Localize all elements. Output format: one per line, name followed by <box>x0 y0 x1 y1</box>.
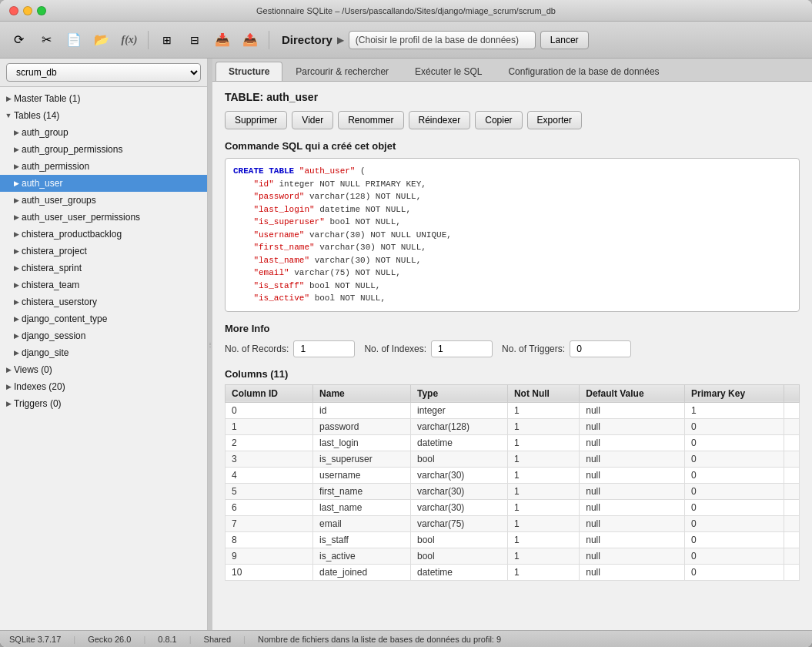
reindexer-button[interactable]: Réindexer <box>409 111 471 129</box>
tab-structure[interactable]: Structure <box>216 62 282 81</box>
table-row[interactable]: 8 is_staff bool 1 null 0 <box>226 531 800 548</box>
cell-extra <box>784 483 800 499</box>
grid-icon[interactable]: ⊞ <box>155 28 179 52</box>
minimize-button[interactable] <box>23 6 32 15</box>
cell-col-id: 5 <box>226 483 313 499</box>
sidebar-item-indexes[interactable]: ▶ Indexes (20) <box>0 378 207 395</box>
expand-arrow-icon: ▶ <box>11 313 22 324</box>
open-icon[interactable]: 📂 <box>89 28 114 52</box>
directory-dropdown[interactable]: (Choisir le profil de la base de données… <box>349 31 536 49</box>
table-row[interactable]: 7 email varchar(75) 1 null 0 <box>226 515 800 531</box>
exporter-button[interactable]: Exporter <box>527 111 582 129</box>
columns-title: Columns (11) <box>225 368 800 380</box>
cell-type: datetime <box>410 564 507 580</box>
sidebar-item-django-content-type[interactable]: ▶ django_content_type <box>0 310 207 327</box>
lancer-button[interactable]: Lancer <box>540 31 589 49</box>
col-header-id[interactable]: Column ID <box>226 384 313 402</box>
import-icon[interactable]: 📥 <box>210 28 235 52</box>
cell-pk: 0 <box>685 548 784 564</box>
tab-executer-sql[interactable]: Exécuter le SQL <box>402 62 495 81</box>
close-button[interactable] <box>9 6 18 15</box>
col-header-type[interactable]: Type <box>410 384 507 402</box>
sqlite-version: SQLite 3.7.17 <box>9 635 61 644</box>
sidebar-item-auth-permission[interactable]: ▶ auth_permission <box>0 158 207 175</box>
db-select[interactable]: scrum_db <box>6 63 201 82</box>
col-header-default[interactable]: Default Value <box>580 384 685 402</box>
function-icon[interactable]: f(x) <box>117 28 142 52</box>
sql-section-title: Commande SQL qui a créé cet objet <box>225 140 800 152</box>
cell-notnull: 1 <box>507 483 579 499</box>
cell-extra <box>784 467 800 483</box>
directory-section: Directory ▶ (Choisir le profil de la bas… <box>282 31 589 49</box>
sidebar-item-master-table[interactable]: ▶ Master Table (1) <box>0 90 207 107</box>
gecko-version: Gecko 26.0 <box>88 635 131 644</box>
sidebar-item-chistera-project[interactable]: ▶ chistera_project <box>0 243 207 260</box>
panel-content: TABLE: auth_user Supprimer Vider Renomme… <box>212 82 812 630</box>
cell-default: null <box>580 418 685 434</box>
new-icon[interactable]: 📄 <box>62 28 86 52</box>
cell-type: varchar(30) <box>410 467 507 483</box>
sidebar-item-auth-user-groups[interactable]: ▶ auth_user_groups <box>0 192 207 209</box>
sidebar-item-auth-group-permissions[interactable]: ▶ auth_group_permissions <box>0 141 207 158</box>
cell-col-id: 7 <box>226 515 313 531</box>
maximize-button[interactable] <box>37 6 46 15</box>
cell-pk: 0 <box>685 531 784 548</box>
expand-arrow-icon: ▶ <box>3 398 14 409</box>
cell-col-id: 10 <box>226 564 313 580</box>
sidebar-item-django-site[interactable]: ▶ django_site <box>0 344 207 361</box>
table-row[interactable]: 3 is_superuser bool 1 null 0 <box>226 451 800 467</box>
cell-name: is_staff <box>313 531 411 548</box>
toolbar-separator-2 <box>269 31 269 49</box>
cell-notnull: 1 <box>507 434 579 451</box>
cell-col-id: 0 <box>226 402 313 418</box>
sidebar-item-auth-user-user-permissions[interactable]: ▶ auth_user_user_permissions <box>0 209 207 226</box>
window-title: Gestionnaire SQLite – /Users/pascallando… <box>256 6 556 15</box>
table-row[interactable]: 0 id integer 1 null 1 <box>226 402 800 418</box>
indexes-value: 1 <box>431 340 493 357</box>
title-bar: Gestionnaire SQLite – /Users/pascallando… <box>0 0 812 22</box>
main-panel: Structure Parcourir & rechercher Exécute… <box>212 59 812 630</box>
table-row[interactable]: 6 last_name varchar(30) 1 null 0 <box>226 499 800 515</box>
tools-icon[interactable]: ✂ <box>34 28 58 52</box>
copier-button[interactable]: Copier <box>475 111 522 129</box>
sidebar-item-views[interactable]: ▶ Views (0) <box>0 361 207 378</box>
col-header-name[interactable]: Name <box>313 384 411 402</box>
expand-arrow-icon: ▶ <box>11 195 22 206</box>
expand-arrow-icon: ▶ <box>11 178 22 189</box>
sync-icon[interactable]: ⟳ <box>6 28 31 52</box>
tab-parcourir[interactable]: Parcourir & rechercher <box>282 62 402 81</box>
sidebar-item-chistera-team[interactable]: ▶ chistera_team <box>0 277 207 293</box>
vider-button[interactable]: Vider <box>292 111 333 129</box>
table-row[interactable]: 10 date_joined datetime 1 null 0 <box>226 564 800 580</box>
table-row[interactable]: 9 is_active bool 1 null 0 <box>226 548 800 564</box>
tab-configuration[interactable]: Configuration de la base de données <box>495 62 672 81</box>
table-row[interactable]: 1 password varchar(128) 1 null 0 <box>226 418 800 434</box>
expand-arrow-icon: ▶ <box>11 280 22 290</box>
cell-default: null <box>580 548 685 564</box>
cell-notnull: 1 <box>507 499 579 515</box>
renommer-button[interactable]: Renommer <box>338 111 403 129</box>
table-icon[interactable]: ⊟ <box>182 28 207 52</box>
col-header-pk[interactable]: Primary Key <box>685 384 784 402</box>
mode-label: Shared <box>204 635 231 644</box>
table-row[interactable]: 2 last_login datetime 1 null 0 <box>226 434 800 451</box>
export-icon[interactable]: 📤 <box>238 28 262 52</box>
cell-pk: 0 <box>685 467 784 483</box>
sidebar-item-django-session[interactable]: ▶ django_session <box>0 327 207 344</box>
sidebar-item-triggers[interactable]: ▶ Triggers (0) <box>0 395 207 412</box>
sidebar-item-chistera-sprint[interactable]: ▶ chistera_sprint <box>0 260 207 277</box>
sidebar-item-chistera-productbacklog[interactable]: ▶ chistera_productbacklog <box>0 226 207 243</box>
sidebar-item-tables[interactable]: ▼ Tables (14) <box>0 107 207 124</box>
sidebar-item-auth-group[interactable]: ▶ auth_group <box>0 124 207 141</box>
supprimer-button[interactable]: Supprimer <box>225 111 287 129</box>
sidebar-item-chistera-userstory[interactable]: ▶ chistera_userstory <box>0 293 207 310</box>
table-row[interactable]: 5 first_name varchar(30) 1 null 0 <box>226 483 800 499</box>
expand-arrow-icon: ▶ <box>3 93 14 104</box>
cell-extra <box>784 402 800 418</box>
status-message: Nombre de fichiers dans la liste de base… <box>258 635 501 644</box>
table-row[interactable]: 4 username varchar(30) 1 null 0 <box>226 467 800 483</box>
col-header-notnull[interactable]: Not Null <box>507 384 579 402</box>
app-window: Gestionnaire SQLite – /Users/pascallando… <box>0 0 812 647</box>
sidebar-item-auth-user[interactable]: ▶ auth_user <box>0 175 207 192</box>
cell-name: username <box>313 467 411 483</box>
